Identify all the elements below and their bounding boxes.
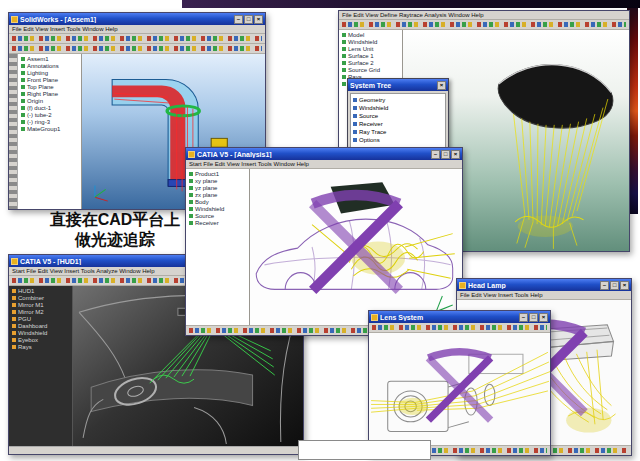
tree-item[interactable]: (-) tube-2 (21, 112, 80, 119)
app-icon (371, 314, 378, 321)
catia-compass-icon (250, 169, 462, 325)
minimize-button[interactable]: – (600, 281, 609, 290)
window-controls: – □ × (431, 150, 460, 159)
feature-tree[interactable]: Assem1AnnotationsLightingFront PlaneTop … (18, 54, 82, 209)
viewport-car-body[interactable] (250, 169, 462, 325)
top-border-strip (182, 0, 640, 8)
toolbar-vertical[interactable] (9, 54, 18, 209)
tree-item[interactable]: Windshield (342, 39, 401, 46)
tree-item[interactable]: Options (353, 136, 443, 144)
tree-item[interactable]: PGU (12, 316, 71, 323)
app-icon (188, 151, 195, 158)
tree-item[interactable]: Receiver (353, 120, 443, 128)
tree-item[interactable]: Model (342, 32, 401, 39)
tree-item[interactable]: Annotations (21, 63, 80, 70)
tree-item[interactable]: Mirror M1 (12, 302, 71, 309)
app-icon (11, 258, 18, 265)
close-button[interactable]: × (254, 15, 263, 24)
caption-line-1: 直接在CAD平台上 (20, 210, 210, 230)
tree-item[interactable]: Rays (12, 344, 71, 351)
minimize-button[interactable]: – (234, 15, 243, 24)
tree-item[interactable]: Eyebox (12, 337, 71, 344)
tree-item[interactable]: Source (189, 213, 248, 220)
toolbar-top[interactable] (9, 34, 265, 44)
toolbar[interactable] (369, 323, 550, 333)
spec-tree[interactable]: HUD1CombinerMirror M1Mirror M2PGUDashboa… (9, 286, 73, 446)
window-title: SolidWorks - [Assem1] (20, 16, 232, 23)
menu-bar[interactable]: File Edit View Insert Tools Window Help (9, 25, 265, 34)
tree-item[interactable]: yz plane (189, 185, 248, 192)
close-button[interactable]: × (451, 150, 460, 159)
window-controls: × (437, 81, 446, 90)
close-button[interactable]: × (437, 81, 446, 90)
slide: File Edit View Define Raytrace Analysis … (0, 0, 640, 461)
tree-item[interactable]: (f) duct-1 (21, 105, 80, 112)
tree-item[interactable]: Source (353, 112, 443, 120)
title-bar[interactable]: CATIA V5 - [Analysis1] – □ × (186, 148, 462, 160)
tree-item[interactable]: Mirror M2 (12, 309, 71, 316)
tree-item[interactable]: Surface 1 (342, 53, 401, 60)
tree-item[interactable]: (-) ring-3 (21, 119, 80, 126)
maximize-button[interactable]: □ (529, 313, 538, 322)
dialog-title: System Tree (350, 82, 435, 89)
tree-item[interactable]: Lens Unit (342, 46, 401, 53)
app-icon (459, 282, 466, 289)
window-lens-system: Lens System – □ × (368, 310, 551, 456)
tree-item[interactable]: Source Grid (342, 67, 401, 74)
title-bar[interactable]: Lens System – □ × (369, 311, 550, 323)
text-placeholder-box (298, 440, 431, 460)
tree-item[interactable]: HUD1 (12, 288, 71, 295)
dialog-title-bar[interactable]: System Tree × (348, 79, 448, 91)
minimize-button[interactable]: – (519, 313, 528, 322)
tree-item[interactable]: Dashboard (12, 323, 71, 330)
tree-item[interactable]: Ray Trace (353, 128, 443, 136)
maximize-button[interactable]: □ (610, 281, 619, 290)
tree-item[interactable]: Geometry (353, 96, 443, 104)
tree-item[interactable]: Windshield (189, 206, 248, 213)
tree-item[interactable]: Lighting (21, 70, 80, 77)
tree-item[interactable]: Body (189, 199, 248, 206)
tree-item[interactable]: zx plane (189, 192, 248, 199)
status-bar (9, 446, 303, 454)
window-controls: – □ × (234, 15, 263, 24)
tree-item[interactable]: Combiner (12, 295, 71, 302)
tree-item[interactable]: Right Plane (21, 91, 80, 98)
caption-line-2: 做光迹追踪 (20, 230, 210, 250)
window-controls: – □ × (519, 313, 548, 322)
menu-bar[interactable]: File Edit View Insert Tools Help (457, 291, 631, 300)
toolbar[interactable] (339, 20, 629, 30)
close-button[interactable]: × (539, 313, 548, 322)
window-controls: – □ × (600, 281, 629, 290)
title-bar[interactable]: Head Lamp – □ × (457, 279, 631, 291)
minimize-button[interactable]: – (431, 150, 440, 159)
menu-bar[interactable]: File Edit View Define Raytrace Analysis … (339, 11, 629, 20)
tree-item[interactable]: Windshield (12, 330, 71, 337)
tree-item[interactable]: Product1 (189, 171, 248, 178)
close-button[interactable]: × (620, 281, 629, 290)
catia-compass-icon (369, 333, 550, 445)
axis-triad (95, 185, 108, 201)
viewport-lens[interactable] (369, 333, 550, 445)
windshield-surface (498, 65, 613, 128)
title-bar[interactable]: SolidWorks - [Assem1] – □ × (9, 13, 265, 25)
maximize-button[interactable]: □ (441, 150, 450, 159)
toolbar-second[interactable] (9, 44, 265, 54)
tree-item[interactable]: xy plane (189, 178, 248, 185)
tree-item[interactable]: Origin (21, 98, 80, 105)
app-icon (11, 16, 18, 23)
tree-item[interactable]: Assem1 (21, 56, 80, 63)
slide-caption: 直接在CAD平台上 做光迹追踪 (20, 210, 210, 250)
window-title: Lens System (380, 314, 517, 321)
menu-bar[interactable]: Start File Edit View Insert Tools Window… (186, 160, 462, 169)
window-title: Head Lamp (468, 282, 598, 289)
tree-item[interactable]: Windshield (353, 104, 443, 112)
window-body (369, 333, 550, 445)
maximize-button[interactable]: □ (244, 15, 253, 24)
spec-tree[interactable]: Product1xy planeyz planezx planeBodyWind… (186, 169, 250, 325)
tree-item[interactable]: Surface 2 (342, 60, 401, 67)
window-title: CATIA V5 - [Analysis1] (197, 151, 429, 158)
tree-item[interactable]: MateGroup1 (21, 126, 80, 133)
tree-item[interactable]: Receiver (189, 220, 248, 227)
tree-item[interactable]: Top Plane (21, 84, 80, 91)
tree-item[interactable]: Front Plane (21, 77, 80, 84)
